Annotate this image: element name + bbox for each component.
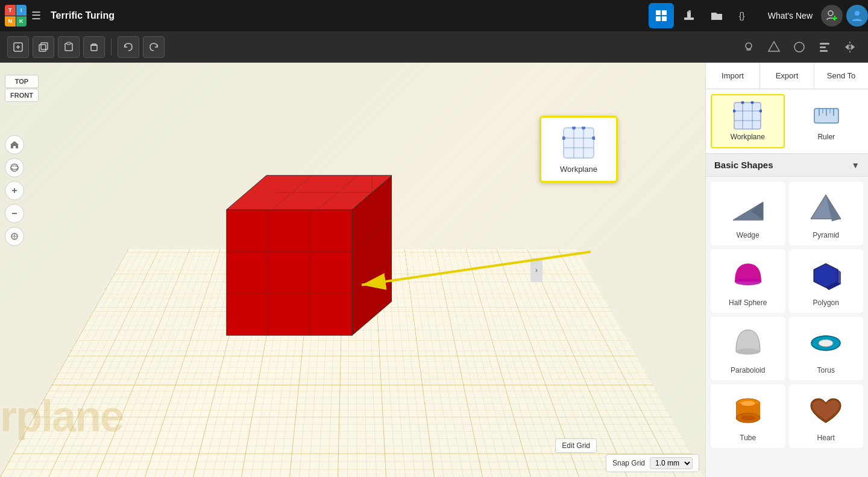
topbar-nav-icons: {}: [649, 3, 757, 28]
heart-icon: [807, 391, 845, 430]
pyramid-icon: [807, 189, 845, 227]
svg-rect-2: [656, 16, 661, 21]
circle-tool-btn[interactable]: [788, 36, 810, 58]
wedge-icon: [729, 189, 767, 227]
svg-text:{}: {}: [739, 11, 745, 21]
align-btn[interactable]: [814, 36, 835, 58]
torus-label: Torus: [817, 366, 835, 374]
shape-item-wedge[interactable]: Wedge: [711, 182, 785, 245]
fit-view-btn[interactable]: [5, 227, 24, 246]
svg-rect-15: [39, 45, 46, 51]
zoom-out-btn[interactable]: [5, 204, 24, 223]
svg-point-89: [736, 349, 760, 355]
tinkercad-logo[interactable]: T I N K: [0, 0, 31, 31]
redo-btn[interactable]: [143, 36, 165, 58]
home-view-btn[interactable]: [5, 135, 24, 154]
svg-rect-24: [820, 43, 829, 45]
main-area: rplane TOP FRONT: [0, 63, 868, 477]
svg-point-31: [11, 166, 18, 169]
svg-rect-1: [662, 10, 667, 15]
svg-rect-26: [820, 50, 828, 52]
svg-marker-22: [769, 42, 779, 51]
lightbulb-btn[interactable]: [738, 36, 760, 58]
front-view-label[interactable]: FRONT: [5, 89, 39, 102]
wedge-label: Wedge: [737, 231, 760, 239]
svg-point-11: [855, 11, 860, 16]
whats-new-button[interactable]: What's New: [762, 7, 819, 24]
svg-point-93: [819, 340, 833, 347]
shapes-dropdown-arrow: ▼: [851, 160, 860, 170]
paraboloid-label: Paraboloid: [731, 366, 765, 374]
half-sphere-icon: [729, 256, 767, 295]
shape-tool-btn[interactable]: [763, 36, 785, 58]
shapes-dropdown[interactable]: Basic Shapes ▼: [706, 154, 868, 177]
delete-btn[interactable]: [83, 36, 105, 58]
paraboloid-icon: [729, 324, 767, 362]
svg-point-98: [741, 415, 755, 420]
torus-icon: [807, 324, 845, 362]
ruler-btn[interactable]: Ruler: [790, 94, 864, 148]
copy-btn[interactable]: [33, 36, 54, 58]
zoom-in-btn[interactable]: [5, 181, 24, 200]
top-view-label[interactable]: TOP: [5, 75, 39, 88]
svg-point-23: [794, 42, 804, 52]
edit-grid-bar[interactable]: Edit Grid: [555, 438, 597, 453]
panel-actions: Workplane Ruler: [706, 89, 868, 154]
shape-item-pyramid[interactable]: Pyramid: [789, 182, 864, 245]
app-title: Terrific Turing: [51, 10, 115, 21]
logo-i: I: [16, 5, 27, 16]
workplane-btn[interactable]: Workplane: [711, 94, 785, 148]
right-panel: Import Export Send To: [705, 63, 868, 477]
canvas-area[interactable]: rplane TOP FRONT: [0, 63, 705, 477]
shapes-dropdown-label: Basic Shapes: [714, 160, 773, 170]
add-user-btn[interactable]: [821, 5, 843, 27]
shape-item-torus[interactable]: Torus: [789, 317, 864, 381]
svg-rect-18: [67, 42, 71, 45]
svg-rect-6: [688, 10, 691, 13]
shape-item-heart[interactable]: Heart: [789, 384, 864, 448]
svg-rect-3: [662, 16, 667, 21]
svg-rect-16: [41, 43, 48, 49]
workplane-tooltip: Workplane: [539, 116, 618, 183]
shape-item-half-sphere[interactable]: Half Sphere: [711, 249, 785, 313]
tube-label: Tube: [740, 434, 756, 442]
paste-btn[interactable]: [58, 36, 80, 58]
folder-btn[interactable]: [704, 3, 729, 28]
svg-marker-29: [851, 44, 855, 50]
svg-rect-63: [734, 103, 761, 129]
grid-view-btn[interactable]: [649, 3, 674, 28]
shape-item-polygon[interactable]: Polygon: [789, 249, 864, 313]
logo-n: N: [5, 16, 16, 27]
undo-btn[interactable]: [118, 36, 139, 58]
export-btn[interactable]: Export: [760, 63, 814, 89]
user-icons: [821, 5, 868, 27]
logo-t: T: [5, 5, 16, 16]
workplane-label: Workplane: [731, 133, 765, 141]
svg-rect-25: [820, 46, 826, 48]
new-btn[interactable]: [7, 36, 29, 58]
code-btn[interactable]: {}: [732, 3, 757, 28]
topbar: T I N K ☰ Terrific Turing: [0, 0, 868, 31]
hammer-btn[interactable]: [676, 3, 702, 28]
ruler-label: Ruler: [817, 133, 835, 141]
send-to-btn[interactable]: Send To: [814, 63, 868, 89]
orbit-btn[interactable]: [5, 158, 24, 177]
svg-rect-0: [656, 10, 661, 15]
svg-rect-4: [684, 17, 694, 20]
menu-icon[interactable]: ☰: [31, 9, 41, 22]
shape-item-tube[interactable]: Tube: [711, 384, 785, 448]
snap-grid-select[interactable]: 1.0 mm 0.5 mm 0.1 mm: [650, 457, 693, 469]
svg-point-8: [828, 11, 833, 16]
user-avatar[interactable]: [846, 5, 868, 27]
panel-collapse-btn[interactable]: ›: [530, 258, 542, 282]
toolbar2: [0, 31, 868, 63]
svg-point-30: [11, 164, 18, 171]
panel-top-buttons: Import Export Send To: [706, 63, 868, 89]
shape-item-paraboloid[interactable]: Paraboloid: [711, 317, 785, 381]
shapes-grid[interactable]: Wedge Pyramid: [706, 177, 868, 477]
mirror-btn[interactable]: [839, 36, 861, 58]
3d-cube[interactable]: [187, 141, 392, 358]
half-sphere-label: Half Sphere: [729, 299, 767, 307]
svg-point-97: [741, 401, 755, 406]
import-btn[interactable]: Import: [706, 63, 760, 89]
